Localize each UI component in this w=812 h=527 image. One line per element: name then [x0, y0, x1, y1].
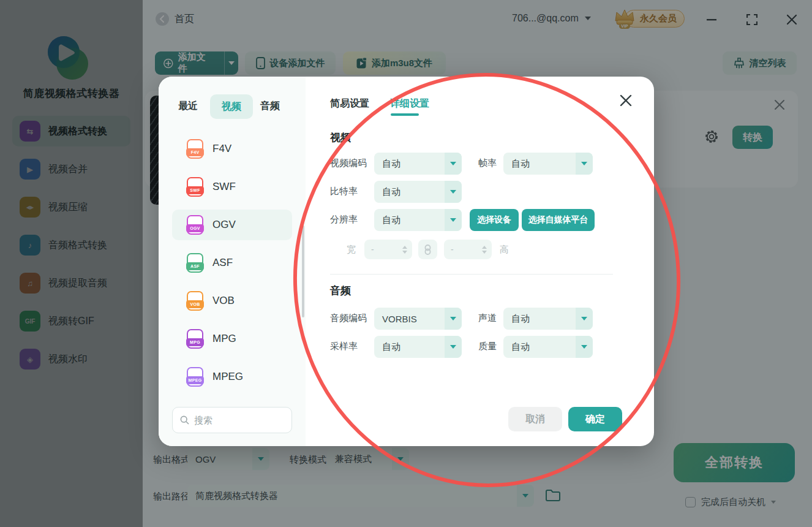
format-picker-panel: 最近 视频 音频 F4V F4V SWF SWF OGV OGV ASF ASF… [159, 77, 306, 446]
format-option-asf[interactable]: ASF ASF [172, 248, 292, 278]
height-label: 高 [500, 244, 509, 256]
chevron-down-icon [445, 209, 462, 231]
fps-select[interactable]: 自动 [503, 153, 593, 175]
search-input[interactable] [194, 415, 280, 425]
f4v-file-icon: F4V [187, 139, 203, 159]
format-search-box [172, 407, 292, 433]
mpg-file-icon: MPG [187, 329, 203, 349]
chevron-down-icon [576, 308, 593, 330]
chevron-down-icon [445, 308, 462, 330]
tab-detail-settings[interactable]: 详细设置 [390, 97, 429, 110]
vob-file-icon: VOB [187, 291, 203, 311]
asf-file-icon: ASF [187, 253, 203, 273]
close-dialog-button[interactable] [619, 94, 633, 107]
format-settings-dialog: 最近 视频 音频 F4V F4V SWF SWF OGV OGV ASF ASF… [159, 77, 654, 446]
ogv-file-icon: OGV [187, 215, 203, 235]
chevron-down-icon [445, 181, 462, 203]
fps-label: 帧率 [478, 157, 497, 169]
format-option-swf[interactable]: SWF SWF [172, 172, 292, 202]
tab-video[interactable]: 视频 [210, 94, 253, 119]
audio-codec-select[interactable]: VORBIS [374, 308, 462, 330]
chevron-down-icon [445, 153, 462, 175]
format-option-f4v[interactable]: F4V F4V [172, 134, 292, 164]
format-option-mpeg[interactable]: MPEG MPEG [172, 362, 292, 392]
lock-aspect-ratio-button[interactable] [418, 240, 437, 259]
close-icon [619, 94, 633, 107]
format-option-ogv[interactable]: OGV OGV [172, 210, 292, 240]
video-codec-select[interactable]: 自动 [374, 153, 462, 175]
mpeg-file-icon: MPEG [187, 367, 203, 387]
width-label: 宽 [347, 244, 356, 256]
audio-section-header: 音频 [330, 284, 351, 298]
quality-select[interactable]: 自动 [503, 336, 593, 358]
quality-label: 质量 [478, 341, 497, 352]
format-option-vob[interactable]: VOB VOB [172, 286, 292, 316]
samplerate-label: 采样率 [330, 341, 358, 352]
select-platform-button[interactable]: 选择自媒体平台 [522, 209, 595, 231]
cancel-button[interactable]: 取消 [508, 407, 562, 431]
chevron-down-icon [576, 336, 593, 358]
chevron-down-icon [576, 153, 593, 175]
audio-codec-label: 音频编码 [330, 313, 367, 324]
channel-label: 声道 [478, 313, 497, 324]
tab-recent[interactable]: 最近 [178, 100, 198, 113]
modal-backdrop-sidebar [0, 0, 143, 527]
chevron-down-icon [445, 336, 462, 358]
confirm-button[interactable]: 确定 [568, 407, 622, 431]
bitrate-select[interactable]: 自动 [374, 181, 462, 203]
tab-simple-settings[interactable]: 简易设置 [330, 97, 369, 110]
stepper-arrows-icon [482, 240, 487, 259]
samplerate-select[interactable]: 自动 [374, 336, 462, 358]
select-device-button[interactable]: 选择设备 [470, 209, 519, 231]
search-icon [180, 415, 189, 425]
resolution-select[interactable]: 自动 [374, 209, 462, 231]
section-divider [330, 274, 613, 275]
width-stepper[interactable]: - [364, 240, 412, 259]
channel-select[interactable]: 自动 [503, 308, 593, 330]
format-option-mpg[interactable]: MPG MPG [172, 324, 292, 354]
bitrate-label: 比特率 [330, 186, 358, 197]
swf-file-icon: SWF [187, 177, 203, 197]
link-icon [424, 245, 431, 255]
video-section-header: 视频 [330, 131, 351, 145]
video-codec-label: 视频编码 [330, 157, 367, 169]
format-list-scrollbar[interactable] [302, 226, 304, 317]
stepper-arrows-icon [402, 240, 407, 259]
height-stepper[interactable]: - [444, 240, 492, 259]
active-tab-underline [391, 113, 419, 116]
resolution-label: 分辨率 [330, 214, 358, 226]
tab-audio[interactable]: 音频 [260, 100, 280, 113]
